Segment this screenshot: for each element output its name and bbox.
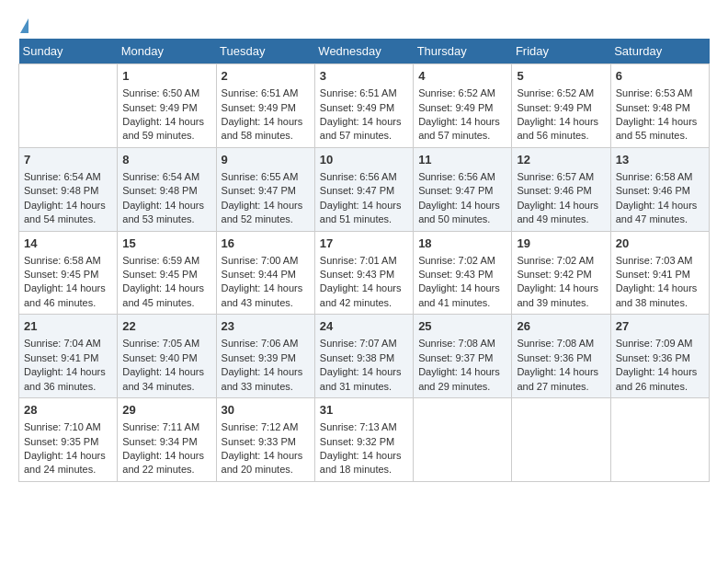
sunrise-text: Sunrise: 6:58 AM: [616, 170, 704, 184]
calendar-cell: 9Sunrise: 6:55 AMSunset: 9:47 PMDaylight…: [216, 147, 314, 231]
sunset-text: Sunset: 9:46 PM: [517, 184, 605, 198]
calendar-cell: 28Sunrise: 7:10 AMSunset: 9:35 PMDayligh…: [19, 398, 118, 482]
day-number: 2: [222, 68, 310, 85]
sunrise-text: Sunrise: 6:51 AM: [320, 86, 408, 100]
sunrise-text: Sunrise: 7:07 AM: [320, 337, 408, 350]
daylight-text: Daylight: 14 hours and 34 minutes.: [122, 365, 210, 394]
logo-triangle-icon: [20, 18, 28, 33]
day-number: 29: [122, 402, 210, 419]
daylight-text: Daylight: 14 hours and 47 minutes.: [616, 199, 704, 227]
daylight-text: Daylight: 14 hours and 58 minutes.: [222, 115, 310, 144]
sunrise-text: Sunrise: 7:08 AM: [517, 337, 605, 350]
calendar-cell: 23Sunrise: 7:06 AMSunset: 9:39 PMDayligh…: [216, 315, 314, 398]
week-row-1: 1Sunrise: 6:50 AMSunset: 9:49 PMDaylight…: [19, 64, 710, 148]
day-number: 11: [418, 152, 506, 168]
calendar-cell: 8Sunrise: 6:54 AMSunset: 9:48 PMDaylight…: [118, 147, 216, 231]
sunrise-text: Sunrise: 7:02 AM: [517, 254, 605, 268]
sunrise-text: Sunrise: 6:56 AM: [320, 170, 408, 184]
daylight-text: Daylight: 14 hours and 39 minutes.: [517, 282, 605, 310]
calendar-cell: 18Sunrise: 7:02 AMSunset: 9:43 PMDayligh…: [414, 231, 512, 315]
daylight-text: Daylight: 14 hours and 57 minutes.: [418, 115, 506, 144]
daylight-text: Daylight: 14 hours and 29 minutes.: [418, 365, 506, 394]
daylight-text: Daylight: 14 hours and 41 minutes.: [418, 282, 506, 310]
sunrise-text: Sunrise: 7:12 AM: [222, 420, 310, 434]
col-header-monday: Monday: [118, 39, 216, 64]
sunset-text: Sunset: 9:40 PM: [122, 351, 210, 365]
sunset-text: Sunset: 9:37 PM: [418, 351, 506, 365]
sunrise-text: Sunrise: 6:52 AM: [418, 86, 506, 100]
sunrise-text: Sunrise: 6:55 AM: [222, 170, 310, 184]
day-number: 30: [222, 402, 310, 419]
sunset-text: Sunset: 9:46 PM: [616, 184, 704, 198]
calendar-header-row: SundayMondayTuesdayWednesdayThursdayFrid…: [19, 39, 710, 64]
day-number: 4: [418, 68, 506, 85]
sunset-text: Sunset: 9:44 PM: [222, 268, 310, 282]
calendar-cell: 7Sunrise: 6:54 AMSunset: 9:48 PMDaylight…: [19, 147, 118, 231]
day-number: 24: [320, 318, 408, 335]
sunrise-text: Sunrise: 7:06 AM: [222, 337, 310, 350]
calendar-cell: [512, 398, 610, 482]
calendar-cell: 16Sunrise: 7:00 AMSunset: 9:44 PMDayligh…: [216, 231, 314, 315]
sunset-text: Sunset: 9:48 PM: [616, 101, 704, 115]
sunset-text: Sunset: 9:49 PM: [320, 101, 408, 115]
sunrise-text: Sunrise: 7:13 AM: [320, 420, 408, 434]
sunset-text: Sunset: 9:41 PM: [616, 268, 704, 282]
daylight-text: Daylight: 14 hours and 22 minutes.: [122, 449, 210, 477]
sunrise-text: Sunrise: 7:09 AM: [616, 337, 704, 350]
sunrise-text: Sunrise: 6:50 AM: [122, 86, 210, 100]
daylight-text: Daylight: 14 hours and 57 minutes.: [320, 115, 408, 144]
daylight-text: Daylight: 14 hours and 33 minutes.: [222, 365, 310, 394]
sunset-text: Sunset: 9:49 PM: [517, 101, 605, 115]
sunrise-text: Sunrise: 6:57 AM: [517, 170, 605, 184]
day-number: 21: [24, 318, 112, 335]
calendar-cell: 21Sunrise: 7:04 AMSunset: 9:41 PMDayligh…: [19, 315, 118, 398]
calendar-cell: 5Sunrise: 6:52 AMSunset: 9:49 PMDaylight…: [512, 64, 610, 148]
daylight-text: Daylight: 14 hours and 26 minutes.: [616, 365, 704, 394]
day-number: 28: [24, 402, 112, 419]
day-number: 7: [24, 152, 112, 168]
calendar-cell: 25Sunrise: 7:08 AMSunset: 9:37 PMDayligh…: [414, 315, 512, 398]
sunset-text: Sunset: 9:45 PM: [122, 268, 210, 282]
sunrise-text: Sunrise: 6:54 AM: [24, 170, 112, 184]
daylight-text: Daylight: 14 hours and 51 minutes.: [320, 199, 408, 227]
calendar-cell: 1Sunrise: 6:50 AMSunset: 9:49 PMDaylight…: [118, 64, 216, 148]
day-number: 15: [122, 236, 210, 252]
sunset-text: Sunset: 9:38 PM: [320, 351, 408, 365]
day-number: 22: [122, 318, 210, 335]
col-header-saturday: Saturday: [610, 39, 709, 64]
daylight-text: Daylight: 14 hours and 56 minutes.: [517, 115, 605, 144]
week-row-4: 21Sunrise: 7:04 AMSunset: 9:41 PMDayligh…: [19, 315, 710, 398]
calendar-cell: 31Sunrise: 7:13 AMSunset: 9:32 PMDayligh…: [314, 398, 413, 482]
col-header-friday: Friday: [512, 39, 610, 64]
calendar-cell: 19Sunrise: 7:02 AMSunset: 9:42 PMDayligh…: [512, 231, 610, 315]
day-number: 8: [122, 152, 210, 168]
calendar-cell: 4Sunrise: 6:52 AMSunset: 9:49 PMDaylight…: [414, 64, 512, 148]
daylight-text: Daylight: 14 hours and 38 minutes.: [616, 282, 704, 310]
daylight-text: Daylight: 14 hours and 20 minutes.: [222, 449, 310, 477]
sunset-text: Sunset: 9:49 PM: [122, 101, 210, 115]
sunset-text: Sunset: 9:47 PM: [222, 184, 310, 198]
sunset-text: Sunset: 9:36 PM: [616, 351, 704, 365]
col-header-thursday: Thursday: [414, 39, 512, 64]
calendar-cell: 12Sunrise: 6:57 AMSunset: 9:46 PMDayligh…: [512, 147, 610, 231]
calendar-cell: 22Sunrise: 7:05 AMSunset: 9:40 PMDayligh…: [118, 315, 216, 398]
day-number: 26: [517, 318, 605, 335]
day-number: 19: [517, 236, 605, 252]
day-number: 13: [616, 152, 704, 168]
day-number: 31: [320, 402, 408, 419]
daylight-text: Daylight: 14 hours and 50 minutes.: [418, 199, 506, 227]
calendar-cell: 6Sunrise: 6:53 AMSunset: 9:48 PMDaylight…: [610, 64, 709, 148]
day-number: 27: [616, 318, 704, 335]
calendar-cell: 15Sunrise: 6:59 AMSunset: 9:45 PMDayligh…: [118, 231, 216, 315]
sunrise-text: Sunrise: 6:56 AM: [418, 170, 506, 184]
calendar-cell: 11Sunrise: 6:56 AMSunset: 9:47 PMDayligh…: [414, 147, 512, 231]
calendar-cell: 17Sunrise: 7:01 AMSunset: 9:43 PMDayligh…: [314, 231, 413, 315]
calendar-cell: [610, 398, 709, 482]
calendar-cell: 24Sunrise: 7:07 AMSunset: 9:38 PMDayligh…: [314, 315, 413, 398]
calendar-cell: 10Sunrise: 6:56 AMSunset: 9:47 PMDayligh…: [314, 147, 413, 231]
day-number: 25: [418, 318, 506, 335]
daylight-text: Daylight: 14 hours and 42 minutes.: [320, 282, 408, 310]
daylight-text: Daylight: 14 hours and 27 minutes.: [517, 365, 605, 394]
sunset-text: Sunset: 9:47 PM: [320, 184, 408, 198]
calendar-table: SundayMondayTuesdayWednesdayThursdayFrid…: [18, 39, 710, 482]
